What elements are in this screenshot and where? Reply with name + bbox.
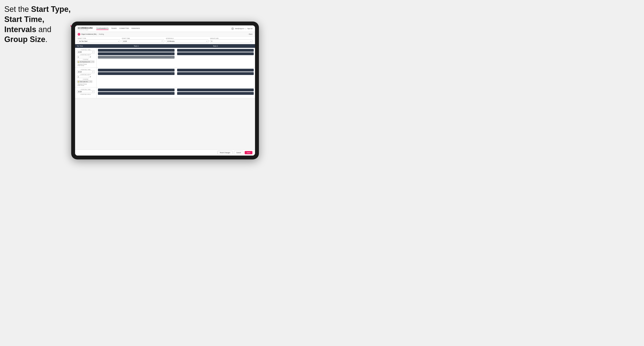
team2-cell-2: ✕ ⚙ ✕ ⚙	[176, 68, 255, 87]
instruction-panel: Set the Start Type, Start Time, Interval…	[4, 4, 73, 45]
chevron-down-icon-3: ▾	[250, 40, 251, 42]
team1-cell-3: ✕ ⚙ ✕ ⚙	[97, 87, 176, 98]
breadcrumb-logo: C	[78, 33, 80, 35]
player-input-4-2[interactable]: ✕ ⚙	[177, 72, 254, 75]
player-input-6-1[interactable]: ✕ ⚙	[177, 89, 254, 91]
x-icon: ✕	[171, 93, 172, 94]
player-input-6-2[interactable]: ✕ ⚙	[177, 92, 254, 95]
group-size-select[interactable]: 3 ▾	[210, 39, 253, 43]
instruction-line1-bold: Start Type,	[31, 5, 70, 13]
x-icon: ✕	[171, 73, 172, 74]
clock-icon-1: ⏱	[92, 51, 94, 53]
x-icon: ✕	[250, 93, 251, 94]
team1-cell-2: ✕ ⚙ ✕ ⚙	[97, 68, 176, 87]
add-group-1[interactable]: + Add Group	[77, 65, 95, 66]
player-input-2-2[interactable]: ✕ ⚙	[177, 52, 254, 55]
course-label-2: COURSE:	[77, 79, 95, 80]
team2-cell-3: ✕ ⚙ ✕ ⚙	[176, 87, 255, 98]
back-button[interactable]: Back	[248, 33, 252, 35]
tee-time-cell-1: STARTING TIME: 10:00 ⏱ STARTING HOLE: 1 …	[75, 48, 97, 67]
nav-teams[interactable]: TEAMS	[111, 27, 117, 30]
course-label-1: COURSE:	[77, 59, 95, 60]
action-links-2: ○ Remove Group + Add Group	[77, 83, 95, 86]
cancel-button[interactable]: Cancel	[234, 151, 243, 155]
x-icon: ✕	[250, 89, 251, 91]
clock-icon-2: ⏱	[92, 71, 94, 73]
chevron-down-icon-2: ▾	[206, 40, 207, 42]
col-tee-time: Tee Time	[75, 44, 97, 48]
edit-icon-2[interactable]: ✎	[90, 81, 92, 82]
breadcrumb-separator: ›	[98, 33, 98, 35]
x-icon: ✕	[171, 49, 172, 51]
golf-icon-2: ⛳	[78, 81, 79, 82]
course-tag-1: ⛳ (A) Peachtree GC × ✎	[77, 61, 94, 63]
tee-time-cell-2: STARTING TIME: 10:10 ⏱ STARTING HOLE: 1 …	[75, 68, 97, 87]
instruction-line3-normal: and	[36, 25, 51, 34]
avatar	[231, 27, 234, 30]
settings-icon: ⚙	[172, 56, 174, 58]
player-input-5-2[interactable]: ✕ ⚙	[98, 92, 174, 95]
action-bar: Reset Changes Cancel Save	[75, 150, 255, 156]
tablet-frame: SCOREBOARD Powered by clippd TOURNAMENTS…	[71, 21, 259, 160]
clock-icon: ⏱	[162, 40, 163, 42]
team1-cell-1: ✕ ⚙ ✕ ⚙ ✕ ⚙	[97, 48, 176, 67]
starting-time-input-2[interactable]: 10:10 ⏱	[77, 70, 95, 73]
x-icon: ✕	[171, 89, 172, 91]
starting-hole-input-1[interactable]: 1	[77, 56, 89, 58]
nav-tournaments[interactable]: TOURNAMENTS	[96, 27, 108, 30]
nav-rankings[interactable]: RANKINGS	[132, 27, 140, 30]
player-input-3-2[interactable]: ✕ ⚙	[98, 72, 174, 75]
action-links-1: ○ Remove Group + Add Group	[77, 64, 95, 66]
x-icon: ✕	[171, 69, 172, 71]
golf-icon-1: ⛳	[78, 61, 79, 62]
settings-icon: ⚙	[252, 53, 253, 54]
group-size-value: 3	[212, 40, 212, 42]
instruction-line4-bold: Group Size	[4, 35, 45, 44]
player-input-1-3[interactable]: ✕ ⚙	[98, 56, 174, 59]
tee-time-cell-3: STARTING TIME: 10:20 ⏱ STARTING HOLE:	[75, 87, 97, 98]
course-name-1: (A) Peachtree GC	[80, 61, 90, 62]
col-team2: Team 2	[176, 44, 255, 48]
player-input-4-1[interactable]: ✕ ⚙	[177, 69, 254, 72]
tournament-name[interactable]: Clippd Invitational (Me)	[81, 33, 97, 35]
settings-row: Start Type 1st Tee Start ▾ Start Time 10…	[75, 37, 255, 44]
starting-hole-input-2[interactable]: 1	[77, 76, 89, 78]
course-name-2: East Lake GC	[80, 81, 88, 82]
starting-time-input-3[interactable]: 10:20 ⏱	[77, 90, 95, 93]
table-header: Tee Time Team 1 Team 2	[75, 44, 255, 48]
settings-icon: ⚙	[172, 89, 174, 91]
nav-committee[interactable]: COMMITTEE	[119, 27, 129, 30]
starting-time-label-1: STARTING TIME:	[77, 49, 95, 50]
course-tag-2: ⛳ East Lake GC × ✎	[77, 80, 92, 83]
x-icon: ✕	[171, 53, 172, 54]
start-type-select[interactable]: 1st Tee Start ▾	[78, 39, 120, 43]
starting-hole-label-2: STARTING HOLE:	[77, 74, 95, 75]
add-group-2[interactable]: + Add Group	[77, 85, 95, 86]
settings-icon: ⚙	[172, 93, 174, 94]
setting-group-size: Group Size 3 ▾	[210, 38, 253, 43]
x-icon: ✕	[171, 56, 172, 58]
intervals-label: Intervals	[166, 38, 208, 39]
save-button[interactable]: Save	[245, 151, 252, 154]
setting-start-time: Start Time 10:00 ⏱	[122, 38, 164, 43]
start-time-label: Start Time	[122, 38, 164, 39]
player-input-1-2[interactable]: ✕ ⚙	[98, 52, 174, 55]
stepper-icon-2[interactable]: ⬍	[90, 76, 91, 78]
settings-icon: ⚙	[172, 53, 174, 54]
player-input-3-1[interactable]: ✕ ⚙	[98, 69, 174, 72]
player-input-1-1[interactable]: ✕ ⚙	[98, 49, 174, 52]
intervals-select[interactable]: 10 Minutes ▾	[166, 39, 208, 43]
player-input-5-1[interactable]: ✕ ⚙	[98, 89, 174, 91]
settings-icon: ⚙	[172, 73, 174, 74]
player-input-2-1[interactable]: ✕ ⚙	[177, 49, 254, 52]
starting-time-label-3: STARTING TIME:	[77, 89, 95, 90]
edit-icon-1[interactable]: ✎	[92, 61, 94, 62]
starting-time-input-1[interactable]: 10:00 ⏱	[77, 51, 95, 53]
settings-icon: ⚙	[252, 49, 253, 51]
x-icon: ✕	[250, 73, 251, 74]
reset-changes-button[interactable]: Reset Changes	[218, 151, 232, 155]
sign-out-link[interactable]: Sign out	[247, 28, 252, 29]
start-time-select[interactable]: 10:00 ⏱	[122, 39, 164, 43]
col-team1: Team 1	[97, 44, 176, 48]
stepper-icon-1[interactable]: ⬍	[90, 56, 91, 58]
